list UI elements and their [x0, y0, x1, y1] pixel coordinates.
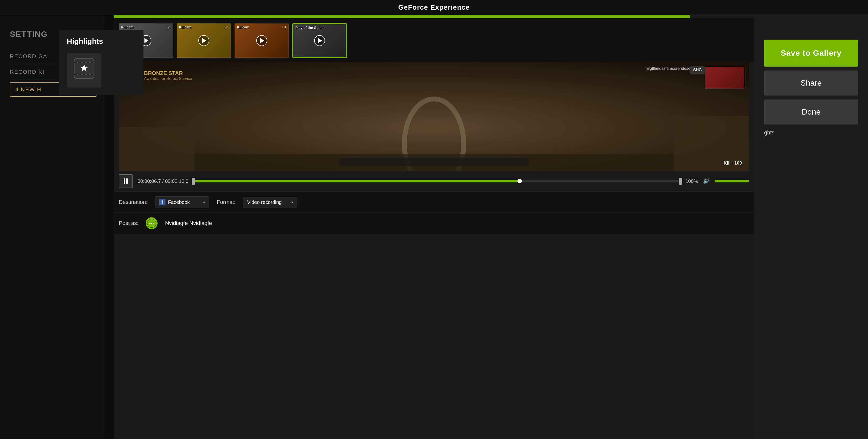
- kill-badge: Kill +100: [723, 160, 742, 166]
- bronze-star-subtitle: Awarded for Heroic Service: [144, 77, 192, 81]
- post-as-row: Post as: GFE Nvidiagfe Nvidiagfe: [114, 212, 754, 234]
- thumb-label-4: Play of the Game: [296, 26, 323, 30]
- highlights-icon: [67, 53, 101, 88]
- done-button[interactable]: Done: [764, 99, 858, 124]
- svg-rect-5: [83, 62, 85, 63]
- svg-rect-6: [87, 62, 89, 63]
- svg-text:GFE: GFE: [149, 222, 154, 225]
- video-controls: 00:00:06.7 / 00:00:10.0 100% 🔊: [114, 171, 754, 192]
- video-player[interactable]: ★ BRONZE STAR Awarded for Heroic Service…: [119, 62, 749, 171]
- thumb-icon-row-2: T-1: [224, 25, 228, 29]
- destination-value: Facebook: [168, 200, 190, 205]
- thumb-play-4: [314, 35, 325, 46]
- progress-bar-container[interactable]: [193, 180, 681, 182]
- play-icon-4: [318, 38, 322, 43]
- avatar: GFE: [146, 217, 158, 229]
- progress-handle[interactable]: [518, 179, 522, 183]
- thumb-play-2: [198, 35, 209, 46]
- pause-bar-right: [126, 178, 128, 184]
- volume-percent: 100%: [685, 178, 698, 184]
- volume-slider[interactable]: [715, 180, 749, 182]
- highlights-panel: Highlights: [59, 30, 144, 95]
- post-as-label: Post as:: [119, 220, 138, 227]
- destination-label: Destination:: [119, 199, 148, 205]
- destination-row: Destination: f Facebook ▾ Format: Video …: [114, 192, 754, 212]
- right-panel: Save to Gallery Share Done ghts: [754, 15, 868, 439]
- thumbnails-row: Killcam T-1 Killcam T-1 Killcam T-1: [114, 18, 754, 62]
- format-value: Video recording: [247, 200, 282, 205]
- right-panel-buttons: Save to Gallery Share Done: [754, 39, 868, 124]
- svg-rect-11: [87, 74, 89, 75]
- pause-bar-left: [124, 178, 125, 184]
- save-to-gallery-button[interactable]: Save to Gallery: [764, 39, 858, 66]
- bronze-text: BRONZE STAR Awarded for Heroic Service: [144, 70, 192, 81]
- share-button[interactable]: Share: [764, 70, 858, 95]
- svg-rect-10: [83, 74, 85, 75]
- thumb-time-3: T-1: [282, 25, 286, 29]
- bronze-star-title: BRONZE STAR: [144, 70, 192, 77]
- destination-dropdown[interactable]: f Facebook ▾: [155, 196, 209, 208]
- thumb-icon-row-1: T-1: [166, 25, 171, 29]
- play-icon-1: [145, 38, 148, 43]
- trim-left-handle[interactable]: [192, 178, 195, 185]
- video-bg: ★ BRONZE STAR Awarded for Heroic Service…: [119, 62, 749, 171]
- play-icon-2: [203, 38, 206, 43]
- thumb-play-3: [256, 35, 267, 46]
- progress-bar: [114, 15, 690, 18]
- thumbnail-4[interactable]: Play of the Game: [292, 23, 347, 58]
- volume-fill: [715, 180, 749, 182]
- thumb-label-1: Killcam: [121, 25, 133, 29]
- title-bar: GeForce Experience: [0, 0, 868, 15]
- svg-rect-7: [91, 62, 93, 63]
- username-badge: nvgtllandsinemcorerelesed1: [646, 66, 695, 71]
- pause-button[interactable]: [119, 174, 132, 188]
- progress-fill: [193, 180, 520, 182]
- shg-badge: SHG: [690, 66, 705, 74]
- avatar-inner: GFE: [147, 219, 156, 228]
- pause-icon: [124, 178, 128, 184]
- shg-text: SHG: [693, 68, 702, 72]
- highlights-title: Highlights: [67, 37, 136, 46]
- time-display: 00:00:06.7 / 00:00:10.0: [137, 178, 188, 184]
- svg-rect-12: [91, 74, 93, 75]
- video-corner-thumb: [705, 67, 744, 89]
- thumb-label-2: Killcam: [179, 25, 191, 29]
- main-content: Killcam T-1 Killcam T-1 Killcam T-1: [114, 15, 754, 439]
- format-chevron: ▾: [291, 200, 293, 205]
- destination-chevron: ▾: [203, 200, 205, 205]
- thumb-time-1: T-1: [166, 25, 171, 29]
- thumbnail-2[interactable]: Killcam T-1: [177, 23, 231, 58]
- facebook-icon: f: [159, 199, 165, 205]
- thumb-icon-row-3: T-1: [282, 25, 286, 29]
- format-label: Format:: [217, 199, 236, 205]
- highlights-right-label: ghts: [754, 129, 868, 136]
- trim-right-handle[interactable]: [679, 178, 682, 185]
- svg-rect-3: [74, 62, 77, 63]
- thumb-time-2: T-1: [224, 25, 228, 29]
- format-dropdown[interactable]: Video recording ▾: [243, 197, 297, 208]
- film-star-icon: [73, 57, 95, 83]
- app-title: GeForce Experience: [398, 3, 470, 11]
- volume-icon: 🔊: [703, 178, 710, 184]
- svg-rect-19: [339, 158, 529, 166]
- post-as-username: Nvidiagfe Nvidiagfe: [165, 220, 212, 227]
- svg-rect-4: [79, 62, 81, 63]
- svg-rect-9: [79, 74, 81, 75]
- thumb-label-3: Killcam: [237, 25, 249, 29]
- svg-rect-17: [119, 127, 194, 171]
- svg-rect-8: [74, 74, 77, 75]
- play-icon-3: [260, 38, 264, 43]
- thumbnail-3[interactable]: Killcam T-1: [235, 23, 289, 58]
